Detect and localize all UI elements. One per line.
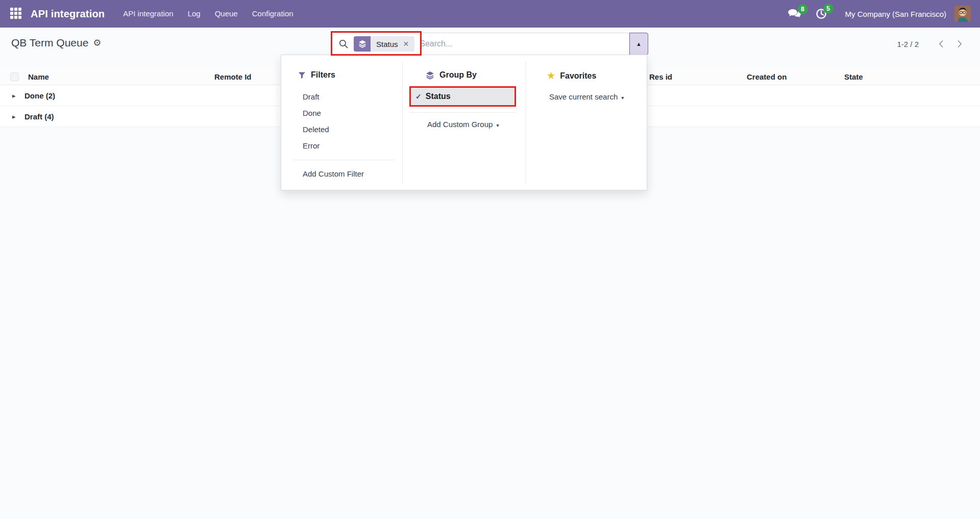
company-switcher[interactable]: My Company (San Francisco) [845,10,946,18]
activities-button[interactable]: 5 [816,8,827,19]
add-custom-group[interactable]: Add Custom Group▾ [427,120,499,129]
apps-grid-icon[interactable] [10,8,22,20]
filter-item-done[interactable]: Done [303,109,321,117]
search-icon [339,39,348,48]
filter-item-deleted[interactable]: Deleted [303,125,329,134]
groupby-divider [409,112,516,113]
page-title: QB Term Queue [11,37,88,49]
pager-range: 1-2 / 2 [897,40,919,48]
column-header-res-id[interactable]: Res id [649,68,672,85]
chevron-left-icon [938,39,944,49]
filter-item-draft[interactable]: Draft [303,92,320,101]
filters-section-header: Filters [298,70,335,80]
facet-label: Status [371,40,403,48]
column-header-name[interactable]: Name [28,68,49,85]
menu-api-integration[interactable]: API integration [116,0,180,28]
column-header-remote-id[interactable]: Remote Id [214,68,252,85]
chevron-right-icon [957,39,963,49]
filters-divider [292,160,395,160]
column-divider [402,61,403,184]
app-window: API integration API integration Log Queu… [0,0,980,519]
search-input[interactable] [420,39,648,48]
search-options-dropdown: Filters Draft Done Deleted Error Add Cus… [281,55,647,190]
pager-next-button[interactable] [950,39,969,49]
group-row-label: Done (2) [24,91,55,100]
caret-up-icon: ▲ [636,41,642,47]
caret-down-icon: ▾ [621,95,624,101]
menu-configration[interactable]: Configration [245,0,301,28]
messages-button[interactable]: 8 [788,9,801,19]
navbar-systray: 8 5 My Company (San Francisco) [788,6,980,22]
menu-queue[interactable]: Queue [208,0,245,28]
checkmark-icon: ✓ [415,92,422,101]
favorites-star-icon: ★ [547,70,555,81]
navbar-menu: API integration Log Queue Configration [116,0,300,28]
groupby-layers-icon [354,36,371,52]
groupby-layers-icon [426,71,434,80]
favorites-section-header: ★ Favorites [547,70,596,81]
avatar[interactable] [954,6,971,22]
facet-close-icon[interactable]: ✕ [403,40,415,48]
gear-icon[interactable]: ⚙ [93,38,101,47]
menu-log[interactable]: Log [181,0,208,28]
search-dropdown-toggle[interactable]: ▲ [629,33,648,55]
group-row-label: Draft (4) [24,112,54,121]
top-navbar: API integration API integration Log Queu… [0,0,980,28]
activities-count-badge: 5 [823,4,834,14]
caret-down-icon: ▾ [496,122,499,128]
groupby-section-header: Group By [426,70,477,80]
messages-count-badge: 8 [798,4,808,14]
column-header-state[interactable]: State [844,68,863,85]
filter-funnel-icon [298,71,306,79]
app-brand[interactable]: API integration [31,8,105,20]
search-bar[interactable]: Status ✕ ▲ [332,33,648,55]
column-header-created-on[interactable]: Created on [747,68,787,85]
save-current-search[interactable]: Save current search▾ [549,92,624,101]
search-facet-status[interactable]: Status ✕ [354,36,414,52]
expand-caret-icon[interactable]: ▸ [12,113,16,120]
select-all-checkbox[interactable] [10,72,19,81]
pager-previous-button[interactable] [932,39,950,49]
column-divider [526,61,526,184]
expand-caret-icon[interactable]: ▸ [12,92,16,100]
pager: 1-2 / 2 [897,33,969,55]
groupby-item-status[interactable]: ✓ Status [409,86,516,107]
add-custom-filter[interactable]: Add Custom Filter [303,169,364,178]
filter-item-error[interactable]: Error [303,141,320,150]
